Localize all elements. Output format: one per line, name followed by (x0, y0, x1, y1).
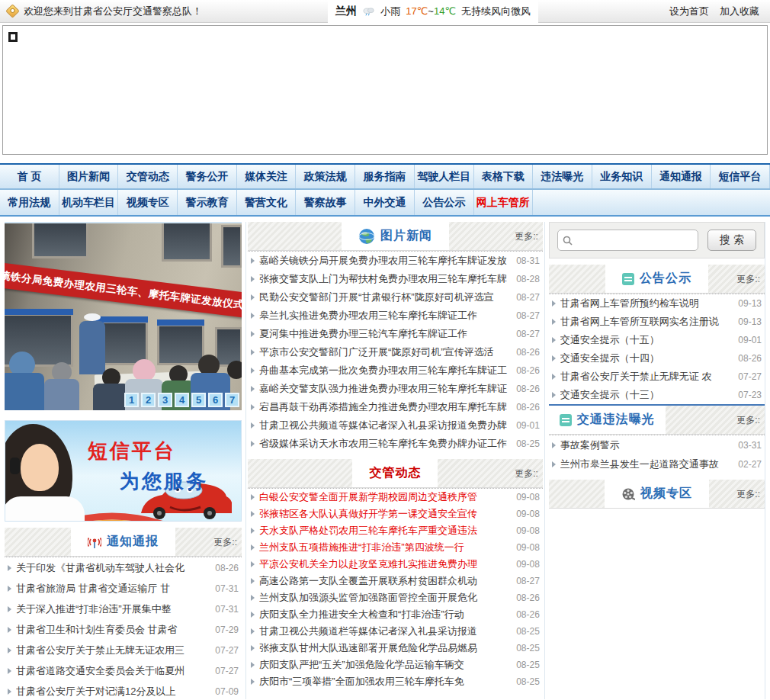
traffic-news-more-link[interactable]: 更多:: (515, 467, 538, 480)
notices-more-link[interactable]: 更多:: (213, 536, 237, 549)
list-item[interactable]: 交通安全提示（十四）08-26 (549, 349, 765, 368)
announcements-more-link[interactable]: 更多:: (736, 273, 760, 286)
list-item[interactable]: 张掖辖区各大队认真做好开学第一课交通安全宣传09-08 (248, 506, 543, 522)
list-item[interactable]: 兰州市皋兰县发生一起道路交通事故02-27 (549, 454, 765, 474)
list-item[interactable]: 白银公安交警全面开展新学期校园周边交通秩序管09-08 (248, 489, 543, 506)
nav-driver[interactable]: 驾驶人栏目 (415, 165, 474, 188)
list-item[interactable]: 事故案例警示03-31 (549, 435, 765, 454)
list-item[interactable]: 庆阳支队全力推进安全大检查和“打非治违”行动08-26 (248, 606, 543, 623)
list-item[interactable]: 庆阳支队严把“五关”加强危险化学品运输车辆交08-25 (248, 657, 543, 673)
list-item[interactable]: 甘肃省公安厅关于对记满12分及以上07-09 (5, 681, 242, 700)
list-item[interactable]: 甘肃省公安厅关于禁止无牌无证 农07-27 (549, 368, 765, 386)
slideshow-page-4[interactable]: 4 (175, 393, 189, 407)
nav-video[interactable]: 视频专区 (118, 190, 178, 215)
nav-warning-edu[interactable]: 警示教育 (178, 190, 237, 215)
traffic-news-section-header: 交管动态 更多:: (248, 459, 543, 488)
nav-row-1: 首 页 图片新闻 交管动态 警务公开 媒体关注 政策法规 服务指南 驾驶人栏目 … (0, 165, 770, 190)
nav-world-traffic[interactable]: 中外交通 (355, 190, 415, 215)
list-item[interactable]: 甘肃省旅游局 甘肃省交通运输厅 甘07-31 (5, 578, 242, 599)
slideshow-page-2[interactable]: 2 (141, 393, 156, 407)
nav-announcements[interactable]: 公告公示 (415, 190, 474, 215)
list-item[interactable]: 甘肃卫视公共频道等媒体记者深入礼县采访报道免费办牌09-01 (248, 416, 543, 435)
list-item[interactable]: 兰州支队加强源头监管加强路面管控全面开展危化08-26 (248, 589, 543, 606)
slideshow-page-3[interactable]: 3 (158, 393, 172, 407)
bullet-arrow-icon (251, 258, 255, 264)
photo-news-more-link[interactable]: 更多:: (515, 230, 538, 243)
slideshow-page-7[interactable]: 7 (225, 393, 239, 407)
violations-more-link[interactable]: 更多:: (736, 414, 760, 427)
videos-more-link[interactable]: 更多:: (736, 488, 760, 501)
list-item[interactable]: 民勤公安交警部门开展“甘肃银行杯”陇原好司机评选宣08-27 (248, 288, 543, 307)
slideshow-page-1[interactable]: 1 (124, 393, 139, 407)
broken-image-icon (8, 32, 18, 42)
nav-violations[interactable]: 违法曝光 (533, 165, 592, 188)
nav-home[interactable]: 首 页 (0, 165, 59, 188)
bullet-arrow-icon (8, 606, 11, 612)
list-item[interactable]: 张掖交警支队上门为帮扶村免费办理农用三轮车摩托车牌08-28 (248, 270, 543, 288)
list-item[interactable]: 嘉峪关镜铁分局开展免费办理农用三轮车摩托车牌证发放08-31 (248, 252, 543, 270)
list-item[interactable]: 甘肃卫视公共频道栏等媒体记者深入礼县采访报道08-25 (248, 623, 543, 640)
nav-laws[interactable]: 常用法规 (0, 190, 59, 215)
nav-traffic-news[interactable]: 交管动态 (118, 165, 178, 188)
list-item[interactable]: 天水支队严格处罚农用三轮车摩托车严重交通违法09-08 (248, 522, 543, 539)
list-item[interactable]: 夏河集中推进免费办理三轮汽车摩托车牌证工作08-27 (248, 325, 543, 343)
header-banner-placeholder (2, 25, 768, 155)
sms-platform-banner[interactable]: 短信平台 为您服务 (5, 420, 242, 522)
nav-vehicle[interactable]: 机动车栏目 (59, 190, 119, 215)
search-panel: 搜 索 (549, 222, 765, 258)
photo-news-section-header: 图片新闻 更多:: (248, 222, 543, 251)
list-item[interactable]: 高速公路第一支队全覆盖开展联系村贫困群众机动08-27 (248, 573, 543, 589)
list-item[interactable]: 皋兰扎实推进免费办理农用三轮车摩托车牌证工作08-27 (248, 307, 543, 325)
notices-title: 通知通报 (107, 534, 159, 550)
top-bar: 欢迎您来到甘肃省公安厅交通警察总队！ 兰州 小雨 17℃~14℃ 无持续风向微风… (0, 0, 770, 23)
list-item[interactable]: 甘肃省网上车管所预约检车说明09-13 (549, 294, 765, 313)
bullet-arrow-icon (8, 627, 11, 633)
list-item[interactable]: 关于深入推进“打非治违”开展集中整07-31 (5, 599, 242, 619)
nav-sms[interactable]: 短信平台 (711, 165, 770, 188)
bullet-arrow-icon (251, 494, 255, 500)
list-item[interactable]: 甘肃省道路交通安全委员会关于临夏州07-27 (5, 660, 242, 681)
nav-photo-news[interactable]: 图片新闻 (59, 165, 119, 188)
nav-service-guide[interactable]: 服务指南 (355, 165, 415, 188)
list-item[interactable]: 兰州支队五项措施推进“打非治违”第四波统一行09-08 (248, 539, 543, 556)
violations-title: 交通违法曝光 (577, 412, 655, 428)
list-item[interactable]: 省级媒体采访天水市农用三轮车摩托车免费办牌办证工作08-25 (248, 435, 543, 453)
nav-forms[interactable]: 表格下载 (474, 165, 534, 188)
list-item[interactable]: 嘉峪关交警支队强力推进免费办理农用三轮车摩托车牌证08-26 (248, 380, 543, 398)
bullet-arrow-icon (251, 595, 255, 601)
nav-policy[interactable]: 政策法规 (296, 165, 355, 188)
nav-police-culture[interactable]: 警营文化 (237, 190, 297, 215)
bullet-arrow-icon (552, 319, 556, 325)
list-item[interactable]: 张掖支队甘州大队迅速部署开展危险化学品易燃易08-25 (248, 640, 543, 657)
list-item[interactable]: 舟曲基本完成第一批次免费办理农用三轮车摩托车牌证工08-26 (248, 361, 543, 380)
bullet-arrow-icon (552, 442, 556, 448)
list-item[interactable]: 甘肃省公安厅关于禁止无牌无证农用三07-27 (5, 640, 242, 660)
slideshow-page-6[interactable]: 6 (208, 393, 223, 407)
list-item[interactable]: 平凉市公安交警部门广泛开展“陇原好司机”宣传评选活08-26 (248, 343, 543, 361)
bullet-arrow-icon (251, 368, 255, 374)
list-item[interactable]: 平凉公安机关全力以赴攻坚克难扎实推进免费办理09-08 (248, 556, 543, 573)
nav-notices[interactable]: 通知通报 (652, 165, 711, 188)
bullet-arrow-icon (251, 679, 255, 685)
weather-widget: 兰州 小雨 17℃~14℃ 无持续风向微风 (328, 0, 538, 23)
nav-police-story[interactable]: 警察故事 (296, 190, 355, 215)
nav-police-open[interactable]: 警务公开 (178, 165, 237, 188)
slideshow-photo[interactable]: 镜铁分局免费办理农用三轮车、摩托车牌证发放仪式 1 2 3 4 5 (5, 222, 242, 410)
nav-knowledge[interactable]: 业务知识 (592, 165, 652, 188)
slideshow-page-5[interactable]: 5 (191, 393, 206, 407)
list-item[interactable]: 关于印发《甘肃省机动车驾驶人社会化08-26 (5, 557, 242, 578)
search-input[interactable] (557, 230, 698, 251)
videos-empty-body (549, 509, 765, 556)
list-item[interactable]: 庆阳市“三项举措”全面加强农用三轮车摩托车免08-25 (248, 673, 543, 690)
list-item[interactable]: 宕昌再鼓干劲再添措施全力推进免费办理农用车摩托车牌08-26 (248, 398, 543, 416)
list-item[interactable]: 交通安全提示（十三）07-23 (549, 386, 765, 404)
nav-online-dmv[interactable]: 网上车管所 (474, 190, 534, 215)
add-favorite-link[interactable]: 加入收藏 (720, 5, 759, 18)
list-item[interactable]: 甘肃省网上车管所互联网实名注册说09-13 (549, 313, 765, 331)
list-item[interactable]: 甘肃省卫生和计划生育委员会 甘肃省07-29 (5, 619, 242, 640)
nav-media[interactable]: 媒体关注 (237, 165, 297, 188)
set-home-link[interactable]: 设为首页 (669, 5, 709, 18)
bullet-arrow-icon (251, 422, 255, 429)
search-button[interactable]: 搜 索 (707, 230, 756, 251)
list-item[interactable]: 交通安全提示（十五）09-01 (549, 331, 765, 349)
